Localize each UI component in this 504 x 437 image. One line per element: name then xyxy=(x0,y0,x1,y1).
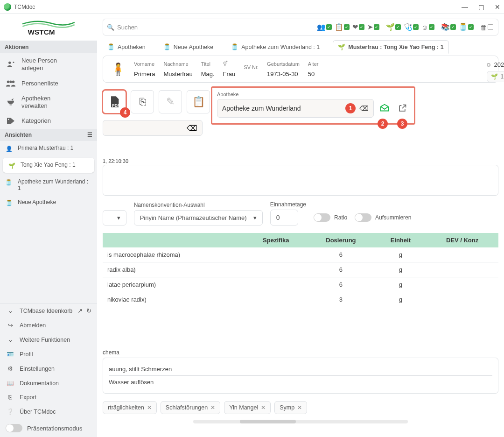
pharmacy-input[interactable]: Apotheke zum Wunderland 1 ⌫ xyxy=(217,99,374,118)
clear-icon[interactable]: ⌫ xyxy=(187,124,197,133)
pharmacy-label: Apotheke xyxy=(217,92,409,97)
maximize-button[interactable]: ▢ xyxy=(478,3,484,11)
documentation-row[interactable]: 📖Dokumentation xyxy=(0,376,97,390)
nav-new-person[interactable]: Neue Person anlegen xyxy=(0,53,97,76)
chevron-down-icon: ⌄ xyxy=(6,307,15,314)
chip[interactable]: Symp✕ xyxy=(274,401,307,414)
main-panel: 🔍 Suchen 👥✓ 📋✓ ❤✓ ➤✓ 🌱✓ 🩺✓ ☺✓ 📚✓ 🫙✓ 🗑 � xyxy=(97,14,504,437)
sprout-icon: 🌱 xyxy=(491,73,498,80)
description-box[interactable]: auung, stillt Schmerzen Wasser auflösen xyxy=(103,358,498,394)
presentation-mode-toggle[interactable] xyxy=(6,424,22,432)
chip[interactable]: Schlafstörungen✕ xyxy=(161,401,220,414)
search-box[interactable]: 🔍 Suchen xyxy=(107,24,314,31)
filter-icon[interactable]: ☰ xyxy=(87,132,92,138)
logout-row[interactable]: ↪Abmelden xyxy=(0,318,97,332)
gender-icon: ⚥ xyxy=(223,61,228,67)
svg-text:WSTCM: WSTCM xyxy=(28,28,55,35)
ansichten-header: Ansichten ☰ xyxy=(0,129,97,141)
profile-row[interactable]: 🪪Profil xyxy=(0,347,97,361)
more-functions-row[interactable]: ⌄Weitere Funktionen xyxy=(0,332,97,347)
ratio-toggle[interactable] xyxy=(314,213,330,222)
clear-field[interactable]: ⌫ xyxy=(103,120,203,136)
col-name xyxy=(103,233,245,247)
tab-neue-apotheke[interactable]: 🫙Neue Apotheke xyxy=(159,40,218,54)
timestamp-text: 1, 22:10:30 xyxy=(103,158,498,164)
copy-button[interactable]: ⎘ xyxy=(131,90,154,113)
mortar-icon xyxy=(6,99,16,106)
window-titlebar: TCMdoc — ▢ ✕ xyxy=(0,0,504,14)
scrollbar-thumb[interactable] xyxy=(240,420,296,423)
notes-box[interactable] xyxy=(103,165,498,196)
naming-dropdown[interactable]: Pinyin Name (Pharmazeutischer Name)▾ xyxy=(134,210,263,226)
filter-people[interactable]: 👥✓ xyxy=(316,22,333,32)
view-recipe-active[interactable]: 🌱 Tong Xie Yao Feng : 1 xyxy=(3,158,94,173)
chip-remove-icon[interactable]: ✕ xyxy=(147,404,152,411)
tab-recipe-active[interactable]: 🌱Musterfrau : Tong Xie Yao Feng : 1 xyxy=(333,40,448,54)
filter-clipboard[interactable]: 📋✓ xyxy=(334,22,350,32)
sum-label: Aufsummieren xyxy=(375,214,411,221)
export-row[interactable]: ⎘Export xyxy=(0,390,97,404)
filter-sprout[interactable]: 🌱✓ xyxy=(385,22,402,32)
table-row[interactable]: nikoviae radix)3g xyxy=(103,292,498,307)
svg-point-3 xyxy=(9,80,12,83)
chip-remove-icon[interactable]: ✕ xyxy=(210,404,215,411)
settings-row[interactable]: ⚙Einstellungen xyxy=(0,361,97,376)
small-dropdown[interactable]: ▾ xyxy=(103,210,126,226)
table-row[interactable]: is macrocephalae rhizoma)6g xyxy=(103,247,498,262)
chip[interactable]: Yin Mangel✕ xyxy=(224,401,271,414)
export-icon: ⎘ xyxy=(6,394,15,401)
mortar-icon: 🫙 xyxy=(5,200,13,206)
sum-toggle[interactable] xyxy=(355,213,371,222)
filter-heart[interactable]: ❤✓ xyxy=(351,22,365,32)
send-mail-button[interactable] xyxy=(378,101,392,115)
table-row[interactable]: radix alba)6g xyxy=(103,262,498,277)
search-icon: 🔍 xyxy=(107,24,114,31)
filter-trash[interactable]: 🗑 xyxy=(479,22,494,32)
sprout-icon: 🌱 xyxy=(338,43,345,50)
person-icon: 👤 xyxy=(5,146,13,152)
ratio-label: Ratio xyxy=(334,214,347,221)
filter-steth[interactable]: 🩺✓ xyxy=(403,22,420,32)
history-entry-pill[interactable]: 🌱 1 🫙 xyxy=(487,71,504,82)
about-row[interactable]: ❔Über TCMdoc xyxy=(0,404,97,419)
view-person[interactable]: 👤 Primera Musterfrau : 1 xyxy=(0,141,97,156)
filter-face[interactable]: ☺✓ xyxy=(420,22,435,32)
chip-remove-icon[interactable]: ✕ xyxy=(261,404,266,411)
filter-mortar[interactable]: 🫙✓ xyxy=(458,22,475,32)
days-input[interactable]: 0 xyxy=(270,210,298,226)
app-icon xyxy=(4,3,11,11)
horizontal-scrollbar[interactable] xyxy=(193,420,408,423)
filter-book[interactable]: 📚✓ xyxy=(440,22,457,32)
ideenkorb-row[interactable]: ⌄ TCMbase Ideenkorb ↗ ↻ xyxy=(0,303,97,318)
svg-rect-5 xyxy=(10,105,12,106)
view-new-pharmacy[interactable]: 🫙 Neue Apotheke xyxy=(0,195,97,210)
external-link-icon[interactable]: ↗ xyxy=(77,307,83,314)
clear-icon[interactable]: ⌫ xyxy=(359,105,369,112)
sign-button[interactable]: ✎ xyxy=(159,90,182,113)
nav-pharmacies[interactable]: Apotheken verwalten xyxy=(0,91,97,114)
view-pharmacy[interactable]: 🫙 Apotheke zum Wunderland : 1 xyxy=(0,175,97,195)
chevron-down-icon: ⌄ xyxy=(6,336,15,343)
filter-send[interactable]: ➤✓ xyxy=(366,22,380,32)
chip[interactable]: rträglichkeiten✕ xyxy=(103,401,157,414)
mortar-icon: 🫙 xyxy=(5,179,13,186)
paste-button[interactable]: 📋 xyxy=(187,90,210,113)
pharmacy-selection-box: Apotheke Apotheke zum Wunderland 1 ⌫ xyxy=(211,86,415,125)
sprout-icon: 🌱 xyxy=(7,162,16,169)
nav-person-list[interactable]: Personenliste xyxy=(0,76,97,91)
nav-categories[interactable]: Kategorien xyxy=(0,113,97,128)
pdf-button[interactable]: PDF 4 xyxy=(103,90,126,113)
open-external-button[interactable] xyxy=(395,101,409,115)
table-row[interactable]: latae pericarpium)6g xyxy=(103,277,498,292)
svg-point-1 xyxy=(8,62,11,64)
col-einheit: Einheit xyxy=(375,233,426,247)
close-button[interactable]: ✕ xyxy=(495,3,500,11)
minimize-button[interactable]: — xyxy=(462,3,468,11)
book-icon: 📖 xyxy=(6,380,15,387)
nav-item-label: Apotheken verwalten xyxy=(21,95,91,110)
tab-apotheken[interactable]: 🫙Apotheken xyxy=(103,40,150,54)
refresh-icon[interactable]: ↻ xyxy=(86,307,91,314)
badge-3: 3 xyxy=(397,119,407,129)
chip-remove-icon[interactable]: ✕ xyxy=(297,404,302,411)
tab-apotheke-wunderland[interactable]: 🫙Apotheke zum Wunderland : 1 xyxy=(226,40,324,54)
